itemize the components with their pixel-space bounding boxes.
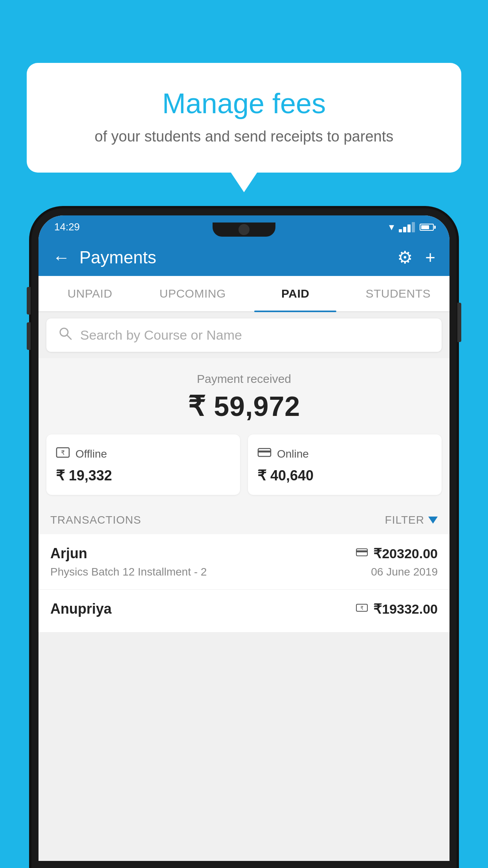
back-button[interactable]: ←: [53, 248, 70, 267]
offline-amount: ₹ 19,332: [56, 467, 231, 484]
course-name: Physics Batch 12 Installment - 2: [50, 566, 207, 578]
transaction-row[interactable]: Arjun ₹20320.00 Physics Batch 12 Install…: [39, 534, 449, 590]
offline-label: Offline: [75, 448, 107, 460]
offline-card: ₹ Offline ₹ 19,332: [46, 434, 240, 495]
speech-bubble-title: Manage fees: [42, 86, 446, 120]
tab-unpaid[interactable]: UNPAID: [39, 276, 141, 311]
transaction-bottom: Physics Batch 12 Installment - 2 06 June…: [50, 566, 438, 578]
tab-upcoming[interactable]: UPCOMING: [141, 276, 244, 311]
amount-row: ₹ ₹19332.00: [356, 601, 438, 617]
online-card-top: Online: [257, 445, 432, 463]
speech-bubble-subtitle: of your students and send receipts to pa…: [42, 128, 446, 145]
payment-received-label: Payment received: [46, 372, 442, 386]
search-input[interactable]: Search by Course or Name: [80, 327, 430, 343]
battery-icon: [420, 224, 434, 231]
payment-received-amount: ₹ 59,972: [46, 390, 442, 423]
app-bar-icons: ⚙ +: [397, 247, 435, 267]
phone-screen: 14:29 ▾ ← Payments: [39, 215, 449, 861]
online-amount: ₹ 40,640: [257, 467, 432, 484]
tab-paid[interactable]: PAID: [244, 276, 347, 311]
search-bar[interactable]: Search by Course or Name: [46, 318, 442, 352]
tab-bar: UNPAID UPCOMING PAID STUDENTS: [39, 276, 449, 312]
app-bar: ← Payments ⚙ +: [39, 239, 449, 276]
time-display: 14:29: [54, 221, 80, 233]
transaction-list: Arjun ₹20320.00 Physics Batch 12 Install…: [39, 534, 449, 633]
offline-card-top: ₹ Offline: [56, 445, 231, 463]
filter-label: FILTER: [385, 514, 424, 526]
status-icons: ▾: [389, 221, 434, 233]
svg-line-1: [67, 335, 71, 339]
transactions-header: TRANSACTIONS FILTER: [39, 506, 449, 534]
offline-icon: ₹: [56, 445, 70, 463]
payment-type-icon: [356, 546, 368, 561]
transaction-top: Anupriya ₹ ₹19332.00: [50, 601, 438, 617]
payment-received-section: Payment received ₹ 59,972: [39, 358, 449, 434]
search-icon: [58, 326, 72, 344]
wifi-icon: ▾: [389, 221, 394, 233]
power-button[interactable]: [457, 303, 461, 342]
transaction-row[interactable]: Anupriya ₹ ₹19332.00: [39, 590, 449, 633]
payment-cards-row: ₹ Offline ₹ 19,332 Online: [39, 434, 449, 506]
svg-rect-5: [258, 451, 271, 452]
svg-text:₹: ₹: [360, 605, 363, 611]
filter-button[interactable]: FILTER: [385, 514, 438, 526]
transaction-amount: ₹19332.00: [373, 601, 438, 617]
transactions-label: TRANSACTIONS: [50, 514, 141, 526]
volume-down-button[interactable]: [27, 322, 31, 350]
front-camera: [238, 224, 250, 235]
online-card: Online ₹ 40,640: [248, 434, 442, 495]
filter-icon: [428, 517, 438, 524]
student-name: Anupriya: [50, 601, 112, 617]
transaction-date: 06 June 2019: [371, 566, 438, 578]
phone-notch: [213, 223, 275, 237]
speech-bubble: Manage fees of your students and send re…: [27, 63, 461, 173]
svg-text:₹: ₹: [61, 449, 65, 456]
transaction-amount: ₹20320.00: [373, 546, 438, 561]
amount-row: ₹20320.00: [356, 546, 438, 561]
transaction-top: Arjun ₹20320.00: [50, 545, 438, 562]
volume-up-button[interactable]: [27, 287, 31, 314]
online-icon: [257, 445, 272, 463]
tab-students[interactable]: STUDENTS: [347, 276, 450, 311]
add-button[interactable]: +: [425, 248, 435, 267]
settings-button[interactable]: ⚙: [397, 247, 413, 267]
svg-rect-7: [356, 550, 367, 552]
phone-frame: 14:29 ▾ ← Payments: [31, 208, 457, 868]
online-label: Online: [277, 448, 309, 460]
signal-icon: [399, 222, 415, 232]
app-bar-title: Payments: [79, 248, 388, 267]
payment-type-icon: ₹: [356, 602, 368, 616]
student-name: Arjun: [50, 545, 87, 562]
